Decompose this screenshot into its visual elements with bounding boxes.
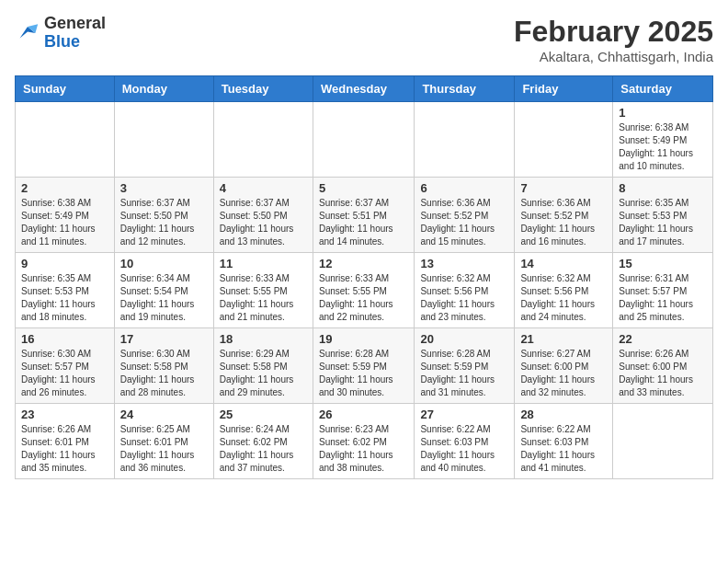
day-info-text: Sunrise: 6:31 AM Sunset: 5:57 PM Dayligh… [619,272,707,324]
month-year-title: February 2025 [514,15,713,49]
calendar-day-cell: 24Sunrise: 6:25 AM Sunset: 6:01 PM Dayli… [114,404,213,479]
day-info-text: Sunrise: 6:26 AM Sunset: 6:01 PM Dayligh… [21,423,108,475]
day-info-text: Sunrise: 6:32 AM Sunset: 5:56 PM Dayligh… [420,272,508,324]
day-number: 16 [21,332,108,346]
calendar-day-cell: 28Sunrise: 6:22 AM Sunset: 6:03 PM Dayli… [515,404,613,479]
day-number: 20 [420,332,508,346]
day-info-text: Sunrise: 6:34 AM Sunset: 5:54 PM Dayligh… [120,272,208,324]
title-block: February 2025 Akaltara, Chhattisgarh, In… [514,15,713,64]
calendar-day-cell: 14Sunrise: 6:32 AM Sunset: 5:56 PM Dayli… [515,253,613,328]
day-info-text: Sunrise: 6:28 AM Sunset: 5:59 PM Dayligh… [319,348,408,399]
day-info-text: Sunrise: 6:35 AM Sunset: 5:53 PM Dayligh… [619,197,707,248]
day-of-week-header: Monday [114,76,213,102]
day-info-text: Sunrise: 6:27 AM Sunset: 6:00 PM Dayligh… [520,348,607,399]
day-number: 5 [319,181,408,195]
calendar-day-cell: 15Sunrise: 6:31 AM Sunset: 5:57 PM Dayli… [613,253,713,328]
day-number: 6 [420,181,508,195]
day-info-text: Sunrise: 6:30 AM Sunset: 5:57 PM Dayligh… [21,348,108,399]
calendar-day-cell: 5Sunrise: 6:37 AM Sunset: 5:51 PM Daylig… [313,178,414,253]
day-info-text: Sunrise: 6:29 AM Sunset: 5:58 PM Dayligh… [220,348,307,399]
calendar-week-row: 16Sunrise: 6:30 AM Sunset: 5:57 PM Dayli… [16,328,713,404]
day-number: 13 [420,257,508,270]
calendar-day-cell: 13Sunrise: 6:32 AM Sunset: 5:56 PM Dayli… [415,253,515,328]
calendar-week-row: 1Sunrise: 6:38 AM Sunset: 5:49 PM Daylig… [16,102,713,178]
day-number: 21 [520,332,607,346]
day-number: 10 [120,257,208,270]
day-info-text: Sunrise: 6:38 AM Sunset: 5:49 PM Dayligh… [619,121,707,173]
calendar-day-cell: 7Sunrise: 6:36 AM Sunset: 5:52 PM Daylig… [515,178,613,253]
day-info-text: Sunrise: 6:36 AM Sunset: 5:52 PM Dayligh… [520,197,607,248]
calendar-day-cell: 16Sunrise: 6:30 AM Sunset: 5:57 PM Dayli… [16,328,115,404]
day-number: 19 [319,332,408,346]
calendar-day-cell [313,102,414,178]
calendar-day-cell: 11Sunrise: 6:33 AM Sunset: 5:55 PM Dayli… [213,253,313,328]
day-of-week-header: Thursday [415,76,515,102]
calendar-day-cell: 9Sunrise: 6:35 AM Sunset: 5:53 PM Daylig… [16,253,115,328]
calendar-day-cell: 4Sunrise: 6:37 AM Sunset: 5:50 PM Daylig… [213,178,313,253]
day-of-week-header: Wednesday [313,76,414,102]
calendar-day-cell: 19Sunrise: 6:28 AM Sunset: 5:59 PM Dayli… [313,328,414,404]
day-number: 24 [120,408,208,421]
day-info-text: Sunrise: 6:36 AM Sunset: 5:52 PM Dayligh… [420,197,508,248]
page-header: General Blue February 2025 Akaltara, Chh… [15,15,713,64]
day-number: 17 [120,332,208,346]
calendar-day-cell [213,102,313,178]
day-info-text: Sunrise: 6:32 AM Sunset: 5:56 PM Dayligh… [520,272,607,324]
calendar-week-row: 23Sunrise: 6:26 AM Sunset: 6:01 PM Dayli… [16,404,713,479]
day-info-text: Sunrise: 6:23 AM Sunset: 6:02 PM Dayligh… [319,423,408,475]
day-info-text: Sunrise: 6:30 AM Sunset: 5:58 PM Dayligh… [120,348,208,399]
calendar-day-cell: 3Sunrise: 6:37 AM Sunset: 5:50 PM Daylig… [114,178,213,253]
day-info-text: Sunrise: 6:33 AM Sunset: 5:55 PM Dayligh… [220,272,307,324]
logo-text: General Blue [44,15,106,52]
calendar-day-cell [114,102,213,178]
day-info-text: Sunrise: 6:28 AM Sunset: 5:59 PM Dayligh… [420,348,508,399]
day-number: 9 [21,257,108,270]
day-number: 18 [220,332,307,346]
day-info-text: Sunrise: 6:26 AM Sunset: 6:00 PM Dayligh… [619,348,707,399]
day-info-text: Sunrise: 6:33 AM Sunset: 5:55 PM Dayligh… [319,272,408,324]
calendar-day-cell: 6Sunrise: 6:36 AM Sunset: 5:52 PM Daylig… [415,178,515,253]
calendar-day-cell: 2Sunrise: 6:38 AM Sunset: 5:49 PM Daylig… [16,178,115,253]
day-number: 4 [220,181,307,195]
day-number: 3 [120,181,208,195]
calendar-day-cell: 22Sunrise: 6:26 AM Sunset: 6:00 PM Dayli… [613,328,713,404]
day-number: 2 [21,181,108,195]
calendar-day-cell [415,102,515,178]
day-number: 23 [21,408,108,421]
calendar-day-cell: 25Sunrise: 6:24 AM Sunset: 6:02 PM Dayli… [213,404,313,479]
day-info-text: Sunrise: 6:24 AM Sunset: 6:02 PM Dayligh… [220,423,307,475]
day-info-text: Sunrise: 6:35 AM Sunset: 5:53 PM Dayligh… [21,272,108,324]
calendar-day-cell: 20Sunrise: 6:28 AM Sunset: 5:59 PM Dayli… [415,328,515,404]
logo: General Blue [15,15,106,52]
calendar-day-cell: 27Sunrise: 6:22 AM Sunset: 6:03 PM Dayli… [415,404,515,479]
day-of-week-header: Saturday [613,76,713,102]
logo-bird-icon [15,20,40,46]
calendar-day-cell: 26Sunrise: 6:23 AM Sunset: 6:02 PM Dayli… [313,404,414,479]
calendar-day-cell: 12Sunrise: 6:33 AM Sunset: 5:55 PM Dayli… [313,253,414,328]
calendar-day-cell: 18Sunrise: 6:29 AM Sunset: 5:58 PM Dayli… [213,328,313,404]
location-subtitle: Akaltara, Chhattisgarh, India [514,49,713,64]
calendar-day-cell: 10Sunrise: 6:34 AM Sunset: 5:54 PM Dayli… [114,253,213,328]
day-of-week-header: Tuesday [213,76,313,102]
calendar-day-cell [16,102,115,178]
day-info-text: Sunrise: 6:37 AM Sunset: 5:50 PM Dayligh… [120,197,208,248]
calendar-day-cell: 23Sunrise: 6:26 AM Sunset: 6:01 PM Dayli… [16,404,115,479]
day-info-text: Sunrise: 6:22 AM Sunset: 6:03 PM Dayligh… [520,423,607,475]
day-info-text: Sunrise: 6:25 AM Sunset: 6:01 PM Dayligh… [120,423,208,475]
calendar-day-cell: 21Sunrise: 6:27 AM Sunset: 6:00 PM Dayli… [515,328,613,404]
day-number: 26 [319,408,408,421]
day-number: 7 [520,181,607,195]
calendar-table: SundayMondayTuesdayWednesdayThursdayFrid… [15,75,713,479]
day-number: 15 [619,257,707,270]
calendar-day-cell [613,404,713,479]
calendar-day-cell: 17Sunrise: 6:30 AM Sunset: 5:58 PM Dayli… [114,328,213,404]
calendar-day-cell: 8Sunrise: 6:35 AM Sunset: 5:53 PM Daylig… [613,178,713,253]
day-of-week-header: Friday [515,76,613,102]
day-of-week-header: Sunday [16,76,115,102]
day-info-text: Sunrise: 6:38 AM Sunset: 5:49 PM Dayligh… [21,197,108,248]
calendar-header-row: SundayMondayTuesdayWednesdayThursdayFrid… [16,76,713,102]
day-number: 27 [420,408,508,421]
day-info-text: Sunrise: 6:22 AM Sunset: 6:03 PM Dayligh… [420,423,508,475]
day-number: 8 [619,181,707,195]
day-info-text: Sunrise: 6:37 AM Sunset: 5:50 PM Dayligh… [220,197,307,248]
